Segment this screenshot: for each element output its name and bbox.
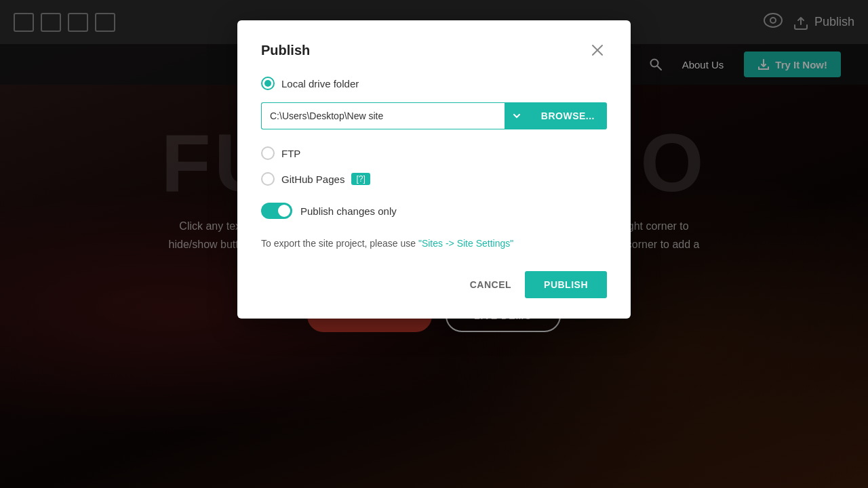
modal-footer: CANCEL PUBLISH xyxy=(261,271,607,298)
cancel-button[interactable]: CANCEL xyxy=(467,272,515,297)
github-label: GitHub Pages xyxy=(281,174,344,185)
local-drive-option[interactable]: Local drive folder xyxy=(261,77,607,90)
ftp-radio[interactable] xyxy=(261,146,275,160)
local-drive-radio[interactable] xyxy=(261,77,275,90)
browse-button[interactable]: BROWSE... xyxy=(529,102,607,129)
toggle-label: Publish changes only xyxy=(300,205,397,217)
path-dropdown-button[interactable] xyxy=(505,102,529,129)
github-option[interactable]: GitHub Pages [?] xyxy=(261,172,607,186)
publish-changes-toggle[interactable] xyxy=(261,203,292,219)
local-drive-label: Local drive folder xyxy=(281,78,359,89)
close-button[interactable] xyxy=(588,41,607,60)
path-input[interactable] xyxy=(261,102,505,129)
toggle-row: Publish changes only xyxy=(261,203,607,219)
path-row: BROWSE... xyxy=(261,102,607,129)
github-help-badge[interactable]: [?] xyxy=(351,173,370,185)
ftp-option[interactable]: FTP xyxy=(261,146,607,160)
export-link[interactable]: "Sites -> Site Settings" xyxy=(418,238,513,249)
export-text-prefix: To export the site project, please use xyxy=(261,238,418,249)
publish-modal: Publish Local drive folder BROWSE... FTP… xyxy=(237,20,631,319)
github-radio[interactable] xyxy=(261,172,275,186)
export-text: To export the site project, please use "… xyxy=(261,236,607,251)
modal-title: Publish xyxy=(261,43,310,58)
ftp-label: FTP xyxy=(281,148,300,159)
publish-button[interactable]: PUBLISH xyxy=(525,271,607,298)
modal-header: Publish xyxy=(261,41,607,60)
